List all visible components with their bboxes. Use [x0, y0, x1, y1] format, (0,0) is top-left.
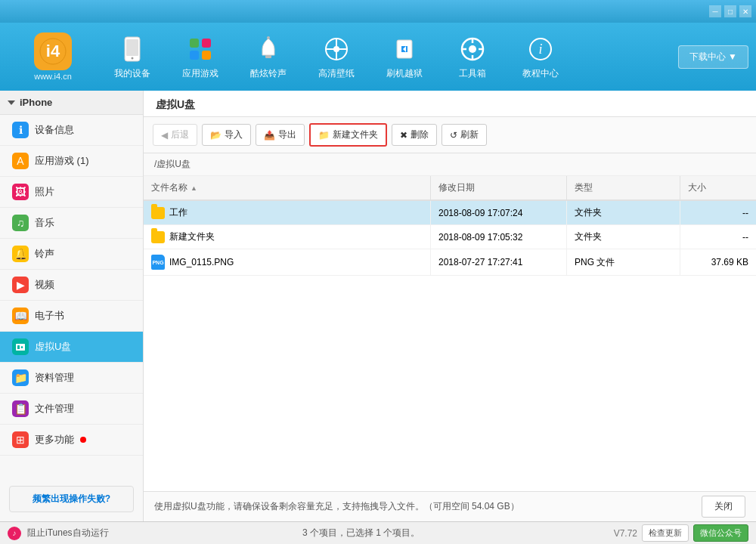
- sort-icon: ▲: [191, 184, 197, 192]
- delete-icon: ✖: [400, 130, 407, 141]
- table-row[interactable]: PNG IMG_0115.PNG 2018-07-27 17:27:41 PNG…: [144, 249, 756, 276]
- table-header: 文件名称 ▲ 修改日期 类型 大小: [144, 176, 756, 201]
- sidebar-item-virtual-udisk[interactable]: 虚拟U盘: [0, 332, 143, 363]
- sidebar-label-data-manage: 资料管理: [35, 371, 74, 385]
- svg-rect-3: [126, 39, 138, 56]
- cell-date-1: 2018-08-09 17:05:32: [431, 225, 567, 249]
- back-button[interactable]: ◀ 后退: [153, 124, 197, 146]
- nav-icon-tutorial: i: [525, 34, 556, 64]
- nav-icon-jailbreak: [389, 34, 420, 64]
- export-button[interactable]: 📤 导出: [256, 124, 305, 146]
- svg-text:i4: i4: [46, 42, 60, 60]
- download-btn[interactable]: 下载中心 ▼: [678, 45, 748, 69]
- cell-size-1: --: [680, 225, 756, 249]
- sidebar: iPhone ℹ 设备信息 A 应用游戏 (1) 🖼 照片 ♫ 音乐 🔔 铃声 …: [0, 91, 144, 521]
- sidebar-item-music[interactable]: ♫ 音乐: [0, 208, 143, 239]
- nav-icon-my-device: [117, 34, 147, 64]
- device-info-icon: ℹ: [12, 122, 29, 138]
- nav-label-ringtone: 酷炫铃声: [250, 67, 287, 80]
- sidebar-item-app-games[interactable]: A 应用游戏 (1): [0, 146, 143, 177]
- svg-point-10: [267, 36, 270, 39]
- nav-label-wallpaper: 高清壁纸: [318, 67, 355, 80]
- sidebar-label-app-games: 应用游戏 (1): [35, 154, 89, 168]
- title-bar: ─ □ ✕: [0, 0, 756, 23]
- nav-label-tutorial: 教程中心: [522, 67, 559, 80]
- file-manage-icon: 📋: [12, 400, 29, 417]
- nav-item-tutorial[interactable]: i 教程中心: [507, 23, 575, 91]
- sidebar-device-name: iPhone: [20, 97, 52, 108]
- wechat-btn[interactable]: 微信公众号: [693, 524, 748, 542]
- logo-icon: i4: [34, 32, 72, 70]
- sidebar-item-data-manage[interactable]: 📁 资料管理: [0, 363, 143, 394]
- cell-filename-2: PNG IMG_0115.PNG: [144, 249, 431, 275]
- svg-point-4: [132, 57, 134, 59]
- cell-date-0: 2018-08-09 17:07:24: [431, 201, 567, 224]
- svg-point-26: [21, 346, 23, 348]
- itunes-label: 阻止iTunes自动运行: [27, 527, 109, 539]
- sidebar-label-video: 视频: [35, 278, 54, 292]
- cell-filename-0: 工作: [144, 201, 431, 224]
- content-title: 虚拟U盘: [144, 91, 756, 117]
- svg-rect-6: [202, 39, 211, 48]
- nav-item-app-games[interactable]: 应用游戏: [166, 23, 234, 91]
- svg-text:i: i: [538, 42, 542, 57]
- folder-icon: [151, 231, 165, 243]
- sidebar-label-photos: 照片: [35, 185, 54, 199]
- sidebar-label-more: 更多功能: [35, 433, 74, 447]
- breadcrumb: /虚拟U盘: [144, 153, 756, 176]
- nav-icon-wallpaper: [321, 34, 352, 64]
- nav-item-toolbox[interactable]: 工具箱: [438, 23, 507, 91]
- delete-button[interactable]: ✖ 删除: [392, 124, 437, 146]
- nav-item-ringtone[interactable]: 酷炫铃声: [234, 23, 302, 91]
- cell-size-2: 37.69 KB: [680, 249, 756, 275]
- svg-rect-8: [202, 51, 211, 60]
- status-left: ♪ 阻止iTunes自动运行: [8, 527, 109, 540]
- sidebar-item-photos[interactable]: 🖼 照片: [0, 177, 143, 208]
- file-table: 文件名称 ▲ 修改日期 类型 大小 工作: [144, 176, 756, 491]
- logo-subtext: www.i4.cn: [34, 72, 72, 81]
- import-icon: 📂: [210, 130, 222, 141]
- toolbar: ◀ 后退 📂 导入 📤 导出 📁 新建文件夹 ✖ 删除 ↺ 刷新: [144, 117, 756, 153]
- nav-item-jailbreak[interactable]: 刷机越狱: [370, 23, 438, 91]
- sidebar-label-ringtone: 铃声: [35, 247, 54, 261]
- close-button[interactable]: ✕: [739, 5, 751, 17]
- main-layout: iPhone ℹ 设备信息 A 应用游戏 (1) 🖼 照片 ♫ 音乐 🔔 铃声 …: [0, 91, 756, 521]
- status-right: V7.72 检查更新 微信公众号: [614, 524, 748, 542]
- nav-icon-toolbox: [457, 34, 488, 64]
- refresh-button[interactable]: ↺ 刷新: [442, 124, 487, 146]
- sidebar-item-ebook[interactable]: 📖 电子书: [0, 301, 143, 332]
- sidebar-item-video[interactable]: ▶ 视频: [0, 270, 143, 301]
- header-date: 修改日期: [431, 176, 567, 199]
- app-logo: i4 www.i4.cn: [8, 32, 98, 81]
- refresh-label: 刷新: [460, 128, 479, 141]
- close-button[interactable]: 关闭: [702, 496, 745, 518]
- sidebar-item-more[interactable]: ⊞ 更多功能: [0, 425, 143, 456]
- sidebar-item-ringtone[interactable]: 🔔 铃声: [0, 239, 143, 270]
- folder-icon: [151, 207, 165, 219]
- photos-icon: 🖼: [12, 184, 29, 200]
- sidebar-item-device-info[interactable]: ℹ 设备信息: [0, 115, 143, 146]
- svg-rect-5: [190, 39, 199, 48]
- header-right: 下载中心 ▼: [678, 45, 748, 69]
- table-row[interactable]: 新建文件夹 2018-08-09 17:05:32 文件夹 --: [144, 225, 756, 249]
- sidebar-label-file-manage: 文件管理: [35, 402, 74, 416]
- table-row[interactable]: 工作 2018-08-09 17:07:24 文件夹 --: [144, 201, 756, 225]
- trouble-btn[interactable]: 频繁出现操作失败?: [9, 486, 134, 512]
- back-icon: ◀: [161, 130, 168, 141]
- sidebar-item-file-manage[interactable]: 📋 文件管理: [0, 394, 143, 425]
- app-header: i4 www.i4.cn 我的设备: [0, 23, 756, 91]
- import-button[interactable]: 📂 导入: [202, 124, 251, 146]
- status-message: 3 个项目，已选择 1 个项目。: [302, 527, 420, 539]
- window-controls[interactable]: ─ □ ✕: [709, 5, 751, 17]
- nav-label-toolbox: 工具箱: [459, 67, 486, 80]
- new-folder-button[interactable]: 📁 新建文件夹: [309, 123, 387, 147]
- nav-item-my-device[interactable]: 我的设备: [98, 23, 166, 91]
- cell-size-0: --: [680, 201, 756, 224]
- minimize-button[interactable]: ─: [709, 5, 721, 17]
- svg-point-14: [333, 46, 339, 52]
- new-folder-label: 新建文件夹: [333, 128, 378, 141]
- nav-item-wallpaper[interactable]: 高清壁纸: [302, 23, 370, 91]
- sidebar-section-title: iPhone: [0, 91, 143, 115]
- update-btn[interactable]: 检查更新: [642, 524, 689, 542]
- maximize-button[interactable]: □: [724, 5, 736, 17]
